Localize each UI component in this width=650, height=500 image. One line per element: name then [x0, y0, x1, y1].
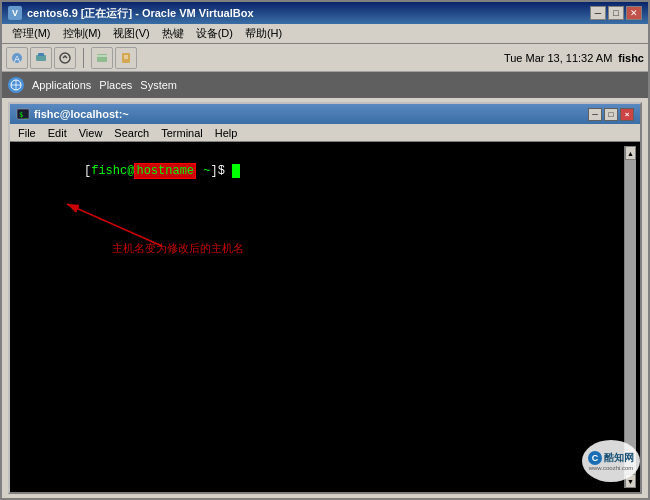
- terminal-menu-edit[interactable]: Edit: [44, 127, 71, 139]
- watermark-logo-icon: C: [588, 451, 602, 465]
- gnome-globe-icon: [8, 77, 24, 93]
- terminal-window: $_ fishc@localhost:~ ─ □ × File Edit Vie…: [8, 102, 642, 494]
- terminal-scrollbar[interactable]: ▲ ▼: [624, 146, 636, 488]
- terminal-prompt-line: [fishc@hostname ~]$: [12, 146, 624, 196]
- terminal-titlebar: $_ fishc@localhost:~ ─ □ ×: [10, 104, 640, 124]
- vbox-menu-control[interactable]: 控制(M): [57, 25, 108, 42]
- terminal-body: [fishc@hostname ~]$ 主机名变为修改后的主机名: [10, 142, 640, 492]
- terminal-cursor: [232, 164, 240, 178]
- svg-point-4: [60, 53, 70, 63]
- virtualbox-window: V centos6.9 [正在运行] - Oracle VM VirtualBo…: [0, 0, 650, 500]
- vbox-close-button[interactable]: ✕: [626, 6, 642, 20]
- vbox-title-text: centos6.9 [正在运行] - Oracle VM VirtualBox: [27, 6, 254, 21]
- watermark-url: www.coozhi.com: [589, 465, 634, 471]
- prompt-hostname: hostname: [134, 163, 196, 179]
- vbox-title-group: V centos6.9 [正在运行] - Oracle VM VirtualBo…: [8, 6, 254, 21]
- watermark-site-name: 酷知网: [604, 451, 634, 465]
- vbox-menu-hotkey[interactable]: 热键: [156, 25, 190, 42]
- terminal-menu-view[interactable]: View: [75, 127, 107, 139]
- terminal-title-text: fishc@localhost:~: [34, 108, 129, 120]
- clock-display: Tue Mar 13, 11:32 AM: [504, 52, 612, 64]
- terminal-controls: ─ □ ×: [588, 108, 634, 121]
- terminal-menu-file[interactable]: File: [14, 127, 40, 139]
- vbox-window-controls: ─ □ ✕: [590, 6, 642, 20]
- gnome-panel: Applications Places System: [2, 72, 648, 98]
- terminal-close-btn[interactable]: ×: [620, 108, 634, 121]
- vbox-menu-help[interactable]: 帮助(H): [239, 25, 288, 42]
- prompt-close-bracket: ]: [210, 164, 217, 178]
- vbox-minimize-button[interactable]: ─: [590, 6, 606, 20]
- toolbar-btn-2[interactable]: [30, 47, 52, 69]
- svg-text:$_: $_: [19, 111, 28, 119]
- terminal-menu-search[interactable]: Search: [110, 127, 153, 139]
- terminal-menu: File Edit View Search Terminal Help: [10, 124, 640, 142]
- toolbar-right: Tue Mar 13, 11:32 AM fishc: [504, 52, 644, 64]
- terminal-content: [fishc@hostname ~]$ 主机名变为修改后的主机名: [12, 146, 624, 488]
- scrollbar-track[interactable]: [625, 160, 636, 474]
- gnome-applications-menu[interactable]: Applications: [32, 79, 91, 91]
- scrollbar-up-btn[interactable]: ▲: [625, 146, 636, 160]
- vbox-menu-manage[interactable]: 管理(M): [6, 25, 57, 42]
- toolbar-mid: [91, 47, 137, 69]
- svg-line-16: [67, 204, 162, 246]
- vbox-icon: V: [8, 6, 22, 20]
- svg-rect-5: [97, 54, 107, 62]
- prompt-dollar: $: [218, 164, 232, 178]
- gnome-system-menu[interactable]: System: [140, 79, 177, 91]
- svg-text:A: A: [14, 54, 20, 64]
- toolbar-btn-1[interactable]: A: [6, 47, 28, 69]
- vbox-menu-view[interactable]: 视图(V): [107, 25, 156, 42]
- terminal-menu-help[interactable]: Help: [211, 127, 242, 139]
- vbox-menubar: 管理(M) 控制(M) 视图(V) 热键 设备(D) 帮助(H): [2, 24, 648, 44]
- vbox-maximize-button[interactable]: □: [608, 6, 624, 20]
- username-display: fishc: [618, 52, 644, 64]
- gnome-panel-left: Applications Places System: [8, 77, 177, 93]
- prompt-path: ~: [196, 164, 210, 178]
- terminal-maximize-btn[interactable]: □: [604, 108, 618, 121]
- gnome-places-menu[interactable]: Places: [99, 79, 132, 91]
- toolbar-separator-1: [83, 48, 84, 68]
- watermark: C 酷知网 www.coozhi.com: [582, 440, 640, 482]
- prompt-user: fishc: [91, 164, 127, 178]
- svg-rect-3: [38, 53, 44, 56]
- terminal-minimize-btn[interactable]: ─: [588, 108, 602, 121]
- terminal-menu-terminal[interactable]: Terminal: [157, 127, 207, 139]
- toolbar-left: A: [6, 47, 76, 69]
- toolbar-btn-5[interactable]: [115, 47, 137, 69]
- annotation-text: 主机名变为修改后的主机名: [112, 241, 244, 256]
- vm-toolbar: A Tue Mar 13, 11:32 AM fishc: [2, 44, 648, 72]
- vbox-titlebar: V centos6.9 [正在运行] - Oracle VM VirtualBo…: [2, 2, 648, 24]
- toolbar-btn-3[interactable]: [54, 47, 76, 69]
- vbox-menu-devices[interactable]: 设备(D): [190, 25, 239, 42]
- toolbar-btn-4[interactable]: [91, 47, 113, 69]
- terminal-icon: $_: [16, 107, 30, 121]
